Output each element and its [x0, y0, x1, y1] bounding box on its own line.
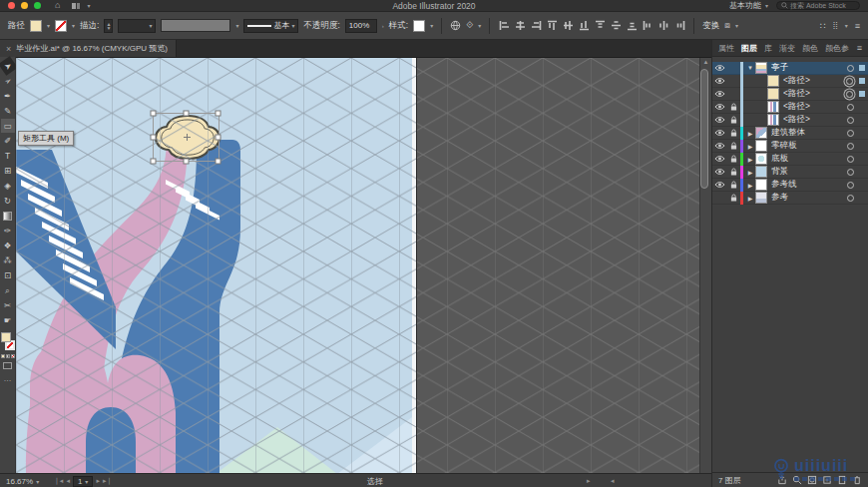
visibility-eye-icon[interactable] — [712, 142, 726, 150]
layer-thumbnail[interactable] — [755, 192, 767, 204]
chevron-down-icon[interactable]: ▾ — [87, 2, 90, 9]
layer-thumbnail[interactable] — [755, 166, 767, 178]
layer-target-circle[interactable] — [847, 65, 854, 72]
layer-row[interactable]: ▶底板 — [712, 153, 868, 166]
layer-thumbnail[interactable] — [767, 114, 779, 126]
chevron-down-icon[interactable]: ▾ — [430, 22, 433, 29]
scroll-left-arrow-icon[interactable]: ▸ — [587, 474, 591, 487]
type-tool[interactable]: T — [1, 149, 15, 163]
lock-icon[interactable] — [726, 181, 740, 189]
stock-search-input[interactable]: 搜索 Adobe Stock — [776, 1, 860, 10]
layer-row[interactable]: ▶参考线 — [712, 179, 868, 192]
shaper-tool[interactable]: ◈ — [1, 179, 15, 193]
arrange-icon[interactable]: ⁞⁞ — [833, 21, 838, 31]
lock-icon[interactable] — [726, 194, 740, 202]
edit-toolbar-ellipsis[interactable]: … — [4, 374, 12, 383]
fill-swatch[interactable] — [1, 332, 11, 342]
clipping-mask-icon[interactable] — [807, 475, 817, 485]
visibility-eye-icon[interactable] — [712, 77, 726, 85]
visibility-eye-icon[interactable] — [712, 181, 726, 189]
layer-row[interactable]: ▶零碎板 — [712, 140, 868, 153]
layer-row[interactable]: <路径> — [712, 88, 868, 101]
brush-definition-dropdown[interactable]: 基本▾ — [243, 19, 298, 33]
layer-name[interactable]: 参考 — [771, 192, 847, 204]
layer-thumbnail[interactable] — [767, 75, 779, 87]
zoom-level-dropdown[interactable]: 16.67%▾ — [6, 474, 39, 487]
vertical-scrollbar[interactable]: ▲ — [699, 58, 711, 473]
visibility-eye-icon[interactable] — [712, 64, 726, 72]
chevron-down-icon[interactable]: ▾ — [735, 22, 738, 29]
layer-target-circle[interactable] — [847, 130, 854, 137]
layer-row[interactable]: <路径> — [712, 75, 868, 88]
distribute-horizontal-left-icon[interactable] — [642, 20, 653, 32]
scissors-tool[interactable]: ✂ — [1, 298, 15, 312]
snap-options-icon[interactable]: ∷ — [820, 21, 826, 31]
layer-row[interactable]: <路径> — [712, 114, 868, 127]
draw-mode-button[interactable] — [3, 362, 12, 369]
window-zoom-button[interactable] — [34, 2, 41, 9]
home-icon[interactable]: ⌂ — [55, 1, 60, 10]
layer-target-circle[interactable] — [846, 78, 853, 85]
layout-switcher-icon[interactable] — [72, 3, 80, 9]
fill-stroke-indicator[interactable] — [1, 332, 15, 350]
layer-target-circle[interactable] — [847, 156, 854, 163]
lock-icon[interactable] — [726, 116, 740, 124]
layer-name[interactable]: 建筑整体 — [771, 127, 847, 139]
layer-target-circle[interactable] — [847, 169, 854, 176]
next-artboard-button[interactable]: ▸ — [96, 477, 100, 485]
opacity-value-dropdown[interactable]: 100% — [345, 19, 377, 33]
layer-row[interactable]: ▼亭子 — [712, 62, 868, 75]
distribute-horizontal-center-icon[interactable] — [657, 20, 669, 32]
workspace-switcher[interactable]: 基本功能 ▾ — [729, 0, 768, 11]
expand-arrow-icon[interactable]: ▶ — [745, 156, 755, 163]
direct-selection-tool[interactable]: ➢ — [0, 71, 17, 90]
layer-thumbnail[interactable] — [767, 101, 779, 113]
layer-thumbnail[interactable] — [755, 153, 767, 165]
lock-icon[interactable] — [726, 155, 740, 163]
close-icon[interactable]: × — [6, 44, 11, 54]
align-vertical-center-icon[interactable] — [562, 20, 574, 32]
transform-panel-icon[interactable]: ⧈ — [724, 20, 730, 31]
distribute-vertical-bottom-icon[interactable] — [626, 20, 638, 32]
pen-tool[interactable]: ✒ — [1, 89, 15, 103]
gradient-tool[interactable] — [1, 209, 15, 223]
first-artboard-button[interactable]: ❘◂ — [54, 477, 63, 485]
layer-target-circle[interactable] — [846, 91, 853, 98]
chevron-down-icon[interactable]: ▾ — [235, 22, 238, 29]
align-vertical-top-icon[interactable] — [546, 20, 558, 32]
locate-object-icon[interactable] — [792, 475, 802, 485]
layer-name[interactable]: 零碎板 — [771, 140, 847, 152]
layer-name[interactable]: <路径> — [783, 114, 847, 126]
eyedropper-tool[interactable]: ✑ — [1, 224, 15, 238]
panel-tab-颜色[interactable]: 颜色 — [802, 43, 818, 54]
panel-menu-icon[interactable]: ≡ — [857, 43, 862, 53]
layer-name[interactable]: 底板 — [771, 153, 847, 165]
rectangle-tool[interactable]: ▭ — [1, 119, 15, 133]
symbol-sprayer-tool[interactable]: ⁂ — [1, 253, 15, 267]
layer-target-circle[interactable] — [847, 117, 854, 124]
zoom-tool[interactable]: ⌕ — [1, 283, 15, 297]
curvature-tool[interactable]: ✎ — [1, 104, 15, 118]
recolor-artwork-icon[interactable] — [450, 20, 461, 31]
collect-for-export-icon[interactable] — [777, 475, 787, 485]
window-close-button[interactable] — [8, 2, 15, 9]
rotate-tool[interactable]: ↻ — [1, 194, 15, 208]
layer-row[interactable]: ▶参考 — [712, 192, 868, 205]
visibility-eye-icon[interactable] — [712, 168, 726, 176]
shape-builder-tool[interactable]: ⊞ — [1, 164, 15, 178]
artwork-canvas[interactable] — [16, 58, 711, 473]
window-minimize-button[interactable] — [21, 2, 28, 9]
layer-thumbnail[interactable] — [755, 127, 767, 139]
trash-icon[interactable] — [852, 475, 862, 485]
expand-arrow-icon[interactable]: ▼ — [745, 65, 755, 71]
layer-thumbnail[interactable] — [767, 88, 779, 100]
document-tab[interactable]: × 毕业作业.ai* @ 16.67% (CMYK/GPU 预览) — [0, 40, 177, 57]
stroke-weight-stepper[interactable]: ▲▼ — [104, 19, 113, 33]
color-mode-buttons[interactable] — [1, 354, 15, 358]
layer-target-circle[interactable] — [847, 143, 854, 150]
visibility-eye-icon[interactable] — [712, 129, 726, 137]
chevron-down-icon[interactable]: ▾ — [845, 22, 848, 29]
layer-row[interactable]: ▶背景 — [712, 166, 868, 179]
distribute-vertical-top-icon[interactable] — [594, 20, 606, 32]
hand-tool[interactable]: ☛ — [1, 313, 15, 327]
